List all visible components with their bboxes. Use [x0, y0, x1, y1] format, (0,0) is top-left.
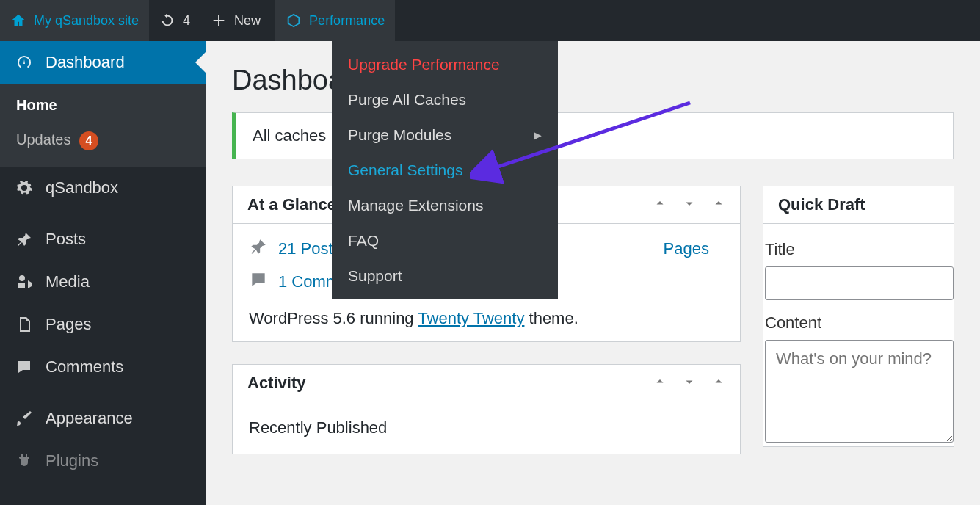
dashboard-icon — [15, 53, 34, 72]
quickdraft-title-input[interactable] — [765, 266, 954, 300]
glance-pages[interactable]: Pages — [664, 237, 709, 260]
sidebar-item-plugins[interactable]: Plugins — [0, 440, 206, 482]
widget-body: Recently Published — [233, 402, 740, 454]
plus-icon — [211, 12, 227, 29]
widget-header: Quick Draft — [763, 186, 954, 224]
perf-item-manage-extensions[interactable]: Manage Extensions — [332, 188, 558, 223]
widget-actions — [653, 375, 725, 391]
toggle-button[interactable] — [712, 375, 725, 391]
dashboard-col-right: Quick Draft Title Content — [763, 186, 954, 476]
perf-item-label: Support — [348, 267, 402, 285]
sidebar-subitem-label: Updates — [16, 131, 71, 148]
plugin-icon — [15, 451, 34, 471]
sidebar-item-label: Posts — [46, 230, 86, 249]
comment-icon — [249, 270, 268, 293]
gear-icon — [15, 178, 34, 197]
theme-link[interactable]: Twenty Twenty — [418, 309, 524, 327]
activity-subheading: Recently Published — [249, 418, 724, 437]
sidebar-item-label: Pages — [46, 315, 91, 334]
pin-icon — [249, 237, 268, 260]
move-down-button[interactable] — [683, 197, 696, 213]
perf-item-faq[interactable]: FAQ — [332, 223, 558, 258]
sidebar-item-label: Comments — [46, 357, 123, 377]
cube-icon — [286, 12, 302, 29]
adminbar-performance[interactable]: Performance — [275, 0, 395, 41]
widget-title: At a Glance — [247, 195, 336, 214]
brush-icon — [15, 409, 34, 428]
running-suffix: theme. — [524, 309, 578, 327]
sidebar-item-label: Media — [46, 272, 90, 291]
home-icon — [10, 12, 26, 29]
move-up-button[interactable] — [653, 375, 667, 391]
perf-item-general-settings[interactable]: General Settings — [332, 153, 558, 188]
running-prefix: WordPress 5.6 running — [249, 309, 418, 327]
sidebar-item-label: Appearance — [46, 409, 133, 428]
menu-separator — [0, 388, 206, 397]
adminbar-site-name: My qSandbox site — [34, 13, 139, 29]
menu-separator — [0, 209, 206, 218]
pin-icon — [15, 230, 34, 249]
quickdraft-title-label: Title — [765, 240, 954, 259]
widget-body: Title Content — [763, 224, 954, 446]
widget-actions — [653, 197, 725, 213]
sidebar-item-media[interactable]: Media — [0, 261, 206, 303]
perf-item-label: Purge Modules — [348, 126, 451, 144]
sidebar-item-comments[interactable]: Comments — [0, 346, 206, 388]
glance-posts[interactable]: 21 Posts — [249, 237, 341, 260]
sidebar-item-label: qSandbox — [46, 178, 118, 197]
adminbar-performance-label: Performance — [309, 13, 385, 29]
adminbar-site[interactable]: My qSandbox site — [0, 0, 149, 41]
sidebar-item-posts[interactable]: Posts — [0, 218, 206, 261]
perf-item-label: Upgrade Performance — [348, 56, 500, 73]
move-down-button[interactable] — [683, 375, 696, 391]
admin-sidebar: Dashboard Home Updates 4 qSandbox Posts … — [0, 41, 206, 505]
adminbar-updates-count: 4 — [183, 13, 190, 29]
widget-header: Activity — [233, 365, 740, 402]
main-content: Dashboard All caches At a Glance — [206, 41, 980, 505]
perf-item-label: Purge All Caches — [348, 91, 466, 109]
sidebar-item-pages[interactable]: Pages — [0, 303, 206, 346]
quickdraft-content-label: Content — [765, 313, 954, 333]
sidebar-subitem-updates[interactable]: Updates 4 — [0, 123, 206, 159]
sidebar-item-appearance[interactable]: Appearance — [0, 397, 206, 440]
sidebar-item-label: Plugins — [46, 451, 98, 471]
pages-icon — [15, 315, 34, 334]
performance-dropdown: Upgrade Performance Purge All Caches Pur… — [332, 41, 558, 299]
widget-title: Quick Draft — [778, 195, 865, 214]
notice-text: All caches — [253, 126, 326, 145]
sidebar-item-label: Dashboard — [46, 53, 125, 72]
sidebar-subitem-home[interactable]: Home — [0, 88, 206, 123]
sidebar-item-qsandbox[interactable]: qSandbox — [0, 167, 206, 209]
glance-pages-link[interactable]: Pages — [664, 239, 709, 258]
updates-badge: 4 — [79, 131, 98, 150]
move-up-button[interactable] — [653, 197, 667, 213]
sidebar-item-dashboard[interactable]: Dashboard — [0, 41, 206, 84]
widget-title: Activity — [247, 374, 305, 393]
quickdraft-content-textarea[interactable] — [765, 340, 954, 443]
perf-item-support[interactable]: Support — [332, 258, 558, 294]
adminbar-new[interactable]: New — [200, 0, 271, 41]
wp-version-line: WordPress 5.6 running Twenty Twenty them… — [249, 309, 724, 328]
chevron-right-icon: ▶ — [534, 129, 542, 141]
widget-quick-draft: Quick Draft Title Content — [763, 186, 954, 447]
perf-item-label: General Settings — [348, 161, 462, 179]
perf-item-label: FAQ — [348, 232, 379, 250]
refresh-icon — [159, 12, 175, 29]
comment-icon — [15, 357, 34, 377]
perf-item-purge-all[interactable]: Purge All Caches — [332, 82, 558, 117]
toggle-button[interactable] — [712, 197, 725, 213]
widget-activity: Activity Recently Published — [232, 364, 741, 454]
sidebar-submenu-dashboard: Home Updates 4 — [0, 84, 206, 167]
admin-toolbar: My qSandbox site 4 New Performance — [0, 0, 980, 41]
perf-item-purge-modules[interactable]: Purge Modules ▶ — [332, 117, 558, 153]
adminbar-updates[interactable]: 4 — [149, 0, 200, 41]
perf-item-label: Manage Extensions — [348, 197, 483, 214]
media-icon — [15, 272, 34, 291]
perf-item-upgrade[interactable]: Upgrade Performance — [332, 47, 558, 82]
adminbar-new-label: New — [234, 13, 261, 29]
sidebar-subitem-label: Home — [16, 97, 57, 113]
